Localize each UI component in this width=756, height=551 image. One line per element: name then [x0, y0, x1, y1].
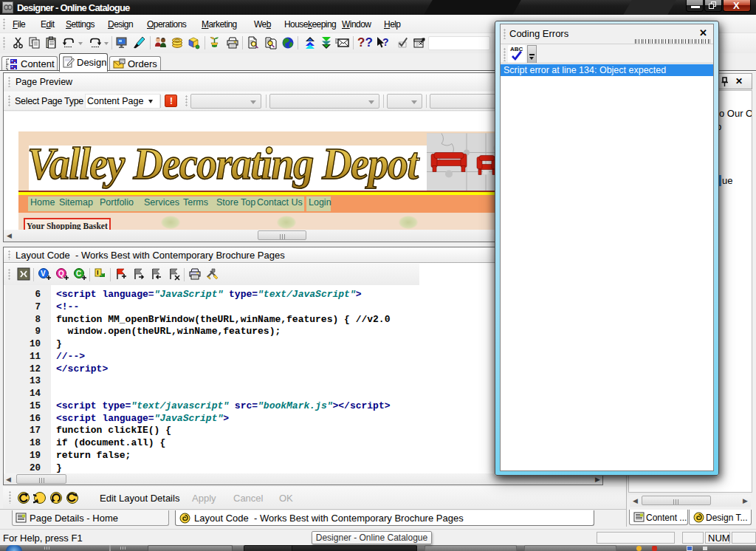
- svg-text:Q: Q: [58, 270, 64, 278]
- svg-text:V: V: [41, 270, 46, 278]
- svg-text:C: C: [76, 270, 81, 278]
- svg-text:?: ?: [382, 36, 389, 48]
- svg-text:I: I: [97, 269, 99, 276]
